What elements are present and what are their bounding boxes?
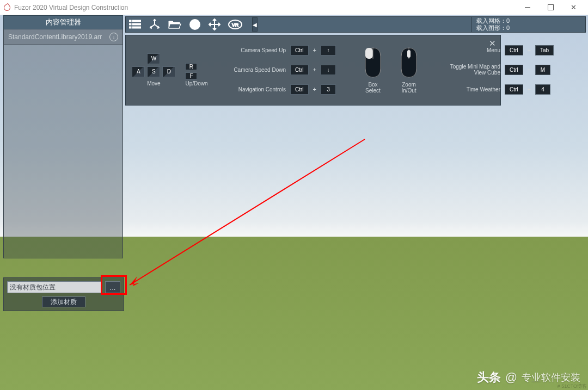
move-label: Move [132, 81, 175, 86]
mouse-box-select: Box Select [362, 46, 384, 94]
key-ctrl: Ctrl [290, 45, 309, 55]
weather-label: Time Weather [446, 86, 500, 92]
minimize-button[interactable] [516, 0, 539, 15]
add-material-button[interactable]: 添加材质 [42, 296, 85, 307]
nav-label: Navigation Controls [220, 86, 286, 92]
minimap-label: Toggle Mini Map and View Cube [446, 64, 500, 76]
key-d: D [162, 66, 175, 77]
loaded-shapes-label: 载入图形：0 [476, 24, 581, 32]
watermark-head: 头条 [477, 369, 501, 386]
svg-rect-5 [132, 27, 141, 28]
svg-rect-12 [407, 50, 411, 58]
corner-watermark: # 51CTO博客 [558, 383, 587, 390]
app-logo-icon [3, 4, 11, 11]
key-s: S [147, 66, 160, 77]
content-manager-panel: 内容管理器 StandardContentLibrary2019.arr ↓ [3, 15, 123, 258]
key-f: F [185, 72, 197, 79]
svg-text:VR: VR [232, 22, 239, 28]
svg-rect-3 [132, 23, 141, 25]
titlebar: Fuzor 2020 Virtual Design Construction [0, 0, 588, 15]
controls-close-button[interactable]: ✕ [489, 39, 496, 48]
library-list[interactable] [3, 45, 123, 258]
watermark-name: 专业软件安装 [522, 371, 580, 384]
close-button[interactable] [562, 0, 585, 15]
key-down: ↓ [321, 65, 336, 75]
speeddown-label: Camera Speed Down [220, 67, 286, 73]
material-path-input[interactable] [7, 281, 102, 293]
svg-rect-1 [132, 20, 141, 22]
mouse-zoom: Zoom In/Out [398, 46, 420, 94]
svg-rect-4 [129, 27, 131, 28]
axes-icon[interactable] [149, 18, 161, 30]
key-3: 3 [321, 84, 336, 95]
library-file-row[interactable]: StandardContentLibrary2019.arr ↓ [3, 29, 123, 45]
key-m: M [535, 65, 550, 75]
svg-rect-9 [365, 48, 373, 59]
key-4: 4 [535, 84, 550, 95]
maximize-button[interactable] [539, 0, 562, 15]
material-path-panel: ... 添加材质 [3, 277, 124, 311]
key-r: R [185, 63, 197, 70]
window-controls [516, 0, 585, 15]
library-filename: StandardContentLibrary2019.arr [8, 33, 102, 41]
updown-label: Up/Down [185, 81, 207, 86]
key-up: ↑ [321, 45, 336, 55]
speedup-label: Camera Speed Up [220, 47, 286, 53]
folder-open-icon[interactable] [168, 20, 181, 29]
download-icon[interactable]: ↓ [109, 33, 118, 41]
controls-overlay: ✕ W A S D Move R [125, 35, 501, 106]
clock-icon[interactable] [189, 18, 201, 30]
move-arrows-icon[interactable] [209, 18, 220, 30]
stats-hud: 载入网格：0 载入图形：0 [471, 16, 586, 33]
key-tab: Tab [535, 45, 554, 55]
svg-rect-2 [129, 23, 131, 25]
vr-icon[interactable]: VR [228, 19, 242, 30]
move-keys-group: W A S D Move R F Up/Down [134, 53, 205, 86]
toolbar-collapse-button[interactable]: ◀ [252, 17, 258, 32]
svg-rect-0 [129, 20, 131, 22]
loaded-grid-label: 载入网格：0 [476, 17, 581, 24]
key-w: W [147, 53, 160, 64]
window-title: Fuzor 2020 Virtual Design Construction [14, 4, 128, 11]
list-icon[interactable] [129, 20, 141, 29]
browse-button[interactable]: ... [105, 281, 120, 293]
key-a: A [132, 66, 145, 77]
content-manager-title: 内容管理器 [3, 15, 123, 29]
